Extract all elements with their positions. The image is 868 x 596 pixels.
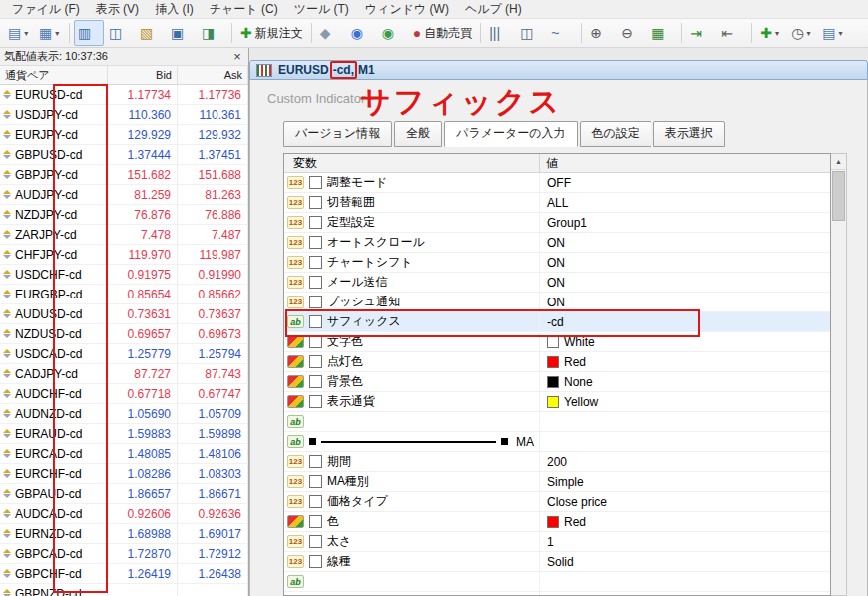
parameter-checkbox[interactable] (309, 236, 322, 249)
parameter-row[interactable]: 123定型設定Group1 (284, 213, 830, 233)
market-watch-button[interactable]: ▥ (74, 20, 104, 46)
market-watch-row[interactable]: EURCAD-cd1.480851.48106 (0, 444, 248, 464)
tab-common[interactable]: 全般 (394, 121, 442, 147)
autotrading-button[interactable]: ●自動売買 (409, 20, 476, 46)
market-watch-row[interactable]: GBPJPY-cd151.682151.688 (0, 165, 248, 185)
templates-button[interactable]: ▤▾ (818, 20, 848, 46)
parameter-row[interactable]: 点灯色Red (284, 352, 830, 372)
market-watch-row[interactable]: AUDNZD-cd1.056901.05709 (0, 404, 248, 424)
parameter-checkbox[interactable] (309, 455, 322, 468)
menu-item[interactable]: 表示 (V) (88, 0, 147, 19)
tile-windows-button[interactable]: ▦ (648, 20, 677, 46)
market-watch-row[interactable]: AUDJPY-cd81.25981.263 (0, 185, 248, 205)
parameter-row[interactable]: 123オートスクロールON (284, 233, 830, 253)
strategy-tester-button[interactable]: ◨ (198, 20, 227, 46)
market-watch-row[interactable]: AUDUSD-cd0.736310.73637 (0, 304, 248, 324)
data-window-button[interactable]: ◫ (105, 20, 135, 46)
parameter-row[interactable]: 123MA種別Simple (284, 472, 830, 492)
parameter-row[interactable]: 文字色White (284, 332, 830, 352)
parameter-row[interactable]: 123プッシュ通知ON (284, 293, 830, 312)
candlestick-button[interactable]: ◫ (516, 20, 546, 46)
tab-colors[interactable]: 色の設定 (580, 121, 651, 147)
market-watch-row[interactable]: NZDJPY-cd76.87676.886 (0, 205, 248, 225)
market-watch-row[interactable]: EURJPY-cd129.929129.932 (0, 125, 248, 145)
menu-item[interactable]: チャート (C) (202, 0, 286, 19)
menu-item[interactable]: ヘルプ (H) (457, 0, 530, 19)
parameter-checkbox[interactable] (309, 256, 322, 269)
indicators-button[interactable]: ✚▾ (756, 20, 786, 46)
market-watch-row[interactable]: NZDUSD-cd0.696570.69673 (0, 324, 248, 344)
menu-item[interactable]: ファイル (F) (4, 0, 88, 19)
parameter-checkbox[interactable] (309, 395, 322, 408)
market-watch-row[interactable]: EURGBP-cd0.856540.85662 (0, 285, 248, 304)
parameter-row[interactable]: 123チャートシフトON (284, 253, 830, 273)
parameter-checkbox[interactable] (309, 495, 322, 508)
parameter-checkbox[interactable] (309, 535, 322, 548)
market-watch-row[interactable]: EURCHF-cd1.082861.08303 (0, 464, 248, 484)
market-watch-row[interactable]: CADJPY-cd87.72787.743 (0, 364, 248, 384)
market-watch-row[interactable]: USDJPY-cd110.360110.361 (0, 105, 248, 125)
parameter-row[interactable]: ab (284, 592, 830, 596)
market-watch-row[interactable]: GBPUSD-cd1.374441.37451 (0, 145, 248, 165)
market-watch-row[interactable]: ZARJPY-cd7.4787.487 (0, 225, 248, 245)
new-chart-button[interactable]: ▤▾ (4, 20, 34, 46)
new-order-button[interactable]: ✚新規注文 (236, 20, 307, 46)
parameter-checkbox[interactable] (309, 515, 322, 528)
market-watch-row[interactable]: GBPNZD-cd (0, 584, 248, 596)
parameter-row[interactable]: 色Red (284, 512, 830, 532)
parameter-checkbox[interactable] (309, 555, 322, 568)
market-watch-row[interactable]: AUDCHF-cd0.677180.67747 (0, 384, 248, 404)
parameter-checkbox[interactable] (309, 315, 322, 328)
tab-version[interactable]: バージョン情報 (283, 121, 392, 147)
chart-window-titlebar[interactable]: EURUSD-cd,M1 (249, 60, 868, 80)
parameter-row[interactable]: abサフィックス-cd (284, 312, 830, 332)
parameter-row[interactable]: abMA (284, 432, 830, 452)
parameter-checkbox[interactable] (309, 355, 322, 368)
market-watch-row[interactable]: EURNZD-cd1.689881.69017 (0, 524, 248, 544)
market-watch-row[interactable]: USDCHF-cd0.919750.91990 (0, 265, 248, 285)
scrollbar-thumb[interactable] (832, 171, 845, 221)
parameter-checkbox[interactable] (309, 176, 322, 189)
menu-item[interactable]: ツール (T) (286, 0, 357, 19)
tab-visualization[interactable]: 表示選択 (653, 121, 725, 147)
market-watch-row[interactable]: EURAUD-cd1.598831.59898 (0, 424, 248, 444)
parameter-checkbox[interactable] (309, 296, 322, 308)
parameter-row[interactable]: 123期間200 (284, 452, 830, 472)
navigator-button[interactable]: ▧ (136, 20, 166, 46)
close-icon[interactable]: × (230, 50, 244, 63)
parameter-checkbox[interactable] (309, 335, 322, 348)
profiles-button[interactable]: ▦▾ (35, 20, 65, 46)
zoom-out-button[interactable]: ⊖ (617, 20, 647, 46)
market-watch-row[interactable]: EURUSD-cd1.177341.17736 (0, 85, 248, 105)
parameter-row[interactable]: 123太さ1 (284, 532, 830, 552)
parameter-row[interactable]: ab (284, 572, 830, 592)
market-watch-row[interactable]: GBPCAD-cd1.728701.72912 (0, 544, 248, 564)
parameter-row[interactable]: 123価格タイプClose price (284, 492, 830, 512)
parameter-row[interactable]: 背景色None (284, 372, 830, 392)
tab-inputs[interactable]: パラメーターの入力 (444, 121, 577, 147)
parameter-checkbox[interactable] (309, 216, 322, 229)
market-watch-row[interactable]: AUDCAD-cd0.926060.92636 (0, 504, 248, 524)
scroll-up-icon[interactable]: ▲ (831, 154, 846, 170)
chart-shift-button[interactable]: ⇤ (717, 20, 747, 46)
terminal-button[interactable]: ▣ (167, 20, 197, 46)
parameter-checkbox[interactable] (309, 475, 322, 488)
market-watch-row[interactable]: GBPCHF-cd1.264191.26438 (0, 564, 248, 584)
market-watch-row[interactable]: USDCAD-cd1.257791.25794 (0, 344, 248, 364)
metaeditor-button[interactable]: ◉ (347, 20, 377, 46)
parameter-checkbox[interactable] (309, 276, 322, 289)
parameter-row[interactable]: 123線種Solid (284, 552, 830, 572)
menu-item[interactable]: ウィンドウ (W) (357, 0, 457, 19)
parameter-checkbox[interactable] (309, 375, 322, 388)
parameter-row[interactable]: ab (284, 412, 830, 432)
auto-scroll-button[interactable]: ⇥ (686, 20, 716, 46)
periods-button[interactable]: ◷▾ (787, 20, 817, 46)
table-scrollbar[interactable]: ▲ (831, 153, 847, 596)
parameter-row[interactable]: 123メール送信ON (284, 273, 830, 293)
zoom-in-button[interactable]: ⊕ (586, 20, 616, 46)
bar-chart-button[interactable]: ||| (485, 20, 515, 46)
line-chart-button[interactable]: ~ (547, 20, 577, 46)
signals-button[interactable]: ◉ (378, 20, 408, 46)
parameter-row[interactable]: 表示通貨Yellow (284, 392, 830, 412)
expert-advisors-button[interactable]: ◆ (316, 20, 346, 46)
